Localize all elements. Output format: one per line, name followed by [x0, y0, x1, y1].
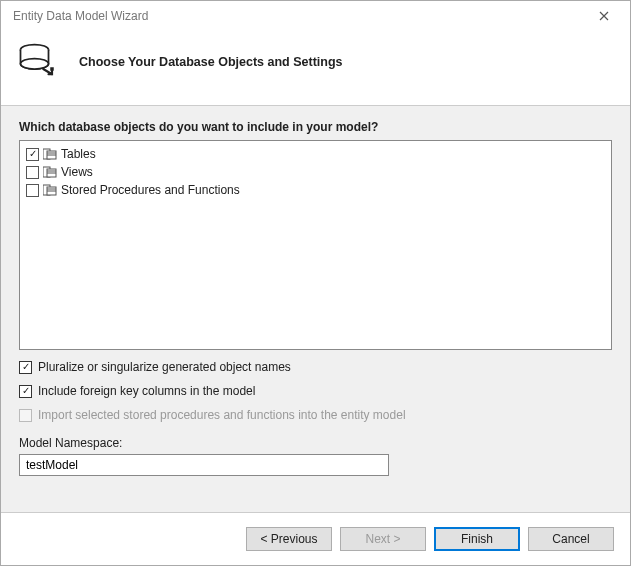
tree-item-tables[interactable]: Tables: [26, 145, 605, 163]
header-title: Choose Your Database Objects and Setting…: [79, 55, 343, 69]
sproc-icon: [43, 184, 57, 196]
cancel-button[interactable]: Cancel: [528, 527, 614, 551]
wizard-window: Entity Data Model Wizard Choose Your Dat…: [0, 0, 631, 566]
checkbox-pluralize[interactable]: [19, 361, 32, 374]
checkbox-sprocs[interactable]: [26, 184, 39, 197]
database-icon: [17, 41, 59, 83]
option-pluralize[interactable]: Pluralize or singularize generated objec…: [19, 360, 612, 374]
checkbox-tables[interactable]: [26, 148, 39, 161]
view-icon: [43, 166, 57, 178]
option-label: Include foreign key columns in the model: [38, 384, 255, 398]
checkbox-views[interactable]: [26, 166, 39, 179]
namespace-input[interactable]: [19, 454, 389, 476]
close-button[interactable]: [582, 2, 626, 30]
titlebar: Entity Data Model Wizard: [1, 1, 630, 31]
finish-button[interactable]: Finish: [434, 527, 520, 551]
tree-label: Stored Procedures and Functions: [61, 183, 240, 197]
prompt-label: Which database objects do you want to in…: [19, 120, 612, 134]
wizard-header: Choose Your Database Objects and Setting…: [1, 31, 630, 105]
option-foreign-keys[interactable]: Include foreign key columns in the model: [19, 384, 612, 398]
tree-label: Tables: [61, 147, 96, 161]
wizard-footer: < Previous Next > Finish Cancel: [1, 513, 630, 565]
tree-item-views[interactable]: Views: [26, 163, 605, 181]
svg-point-1: [21, 59, 49, 70]
tree-label: Views: [61, 165, 93, 179]
objects-tree[interactable]: Tables Views Stored Procedures and Funct…: [19, 140, 612, 350]
close-icon: [599, 11, 609, 21]
previous-button[interactable]: < Previous: [246, 527, 332, 551]
svg-rect-2: [50, 67, 54, 71]
next-button: Next >: [340, 527, 426, 551]
option-label: Pluralize or singularize generated objec…: [38, 360, 291, 374]
checkbox-foreign-keys[interactable]: [19, 385, 32, 398]
option-label: Import selected stored procedures and fu…: [38, 408, 406, 422]
table-icon: [43, 148, 57, 160]
tree-item-sprocs[interactable]: Stored Procedures and Functions: [26, 181, 605, 199]
checkbox-import-sprocs: [19, 409, 32, 422]
namespace-label: Model Namespace:: [19, 436, 612, 450]
option-import-sprocs: Import selected stored procedures and fu…: [19, 408, 612, 422]
window-title: Entity Data Model Wizard: [13, 9, 148, 23]
wizard-content: Which database objects do you want to in…: [1, 105, 630, 513]
